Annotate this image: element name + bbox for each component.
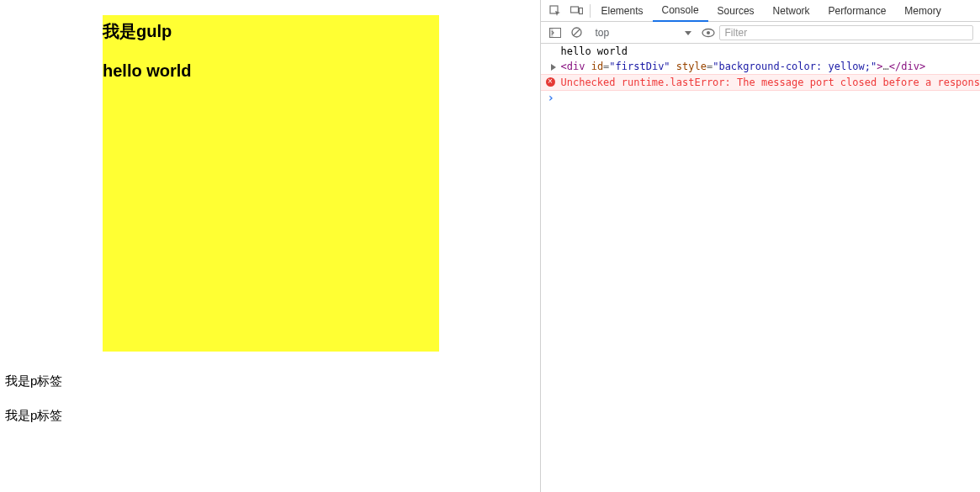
tok-ellipsis: … bbox=[883, 61, 889, 72]
tab-memory[interactable]: Memory bbox=[895, 0, 950, 22]
tok-attr-id: id bbox=[591, 61, 603, 72]
console-output: hello world <div id="firstDiv" style="ba… bbox=[541, 44, 981, 492]
heading-gulp: 我是gulp bbox=[103, 20, 439, 43]
console-toolbar: top bbox=[541, 22, 981, 44]
inspect-icon[interactable] bbox=[544, 0, 566, 22]
tok-attr-style: style bbox=[676, 61, 707, 72]
live-expression-icon[interactable] bbox=[697, 22, 719, 44]
tok-open-angle: < bbox=[561, 61, 567, 72]
svg-line-6 bbox=[574, 29, 580, 35]
console-error[interactable]: Unchecked runtime.lastError: The message… bbox=[541, 74, 981, 91]
heading-hello: hello world bbox=[103, 61, 439, 81]
tok-attr-id-val: "firstDiv" bbox=[609, 61, 670, 72]
tok-attr-style-val: "background-color: yellow;" bbox=[712, 61, 877, 72]
clear-console-icon[interactable] bbox=[566, 22, 588, 44]
devtools-tabs: Elements Console Sources Network Perform… bbox=[541, 0, 981, 22]
tok-tag-open: div bbox=[567, 61, 585, 72]
tok-open-close: </ bbox=[889, 61, 901, 72]
devtools-panel: Elements Console Sources Network Perform… bbox=[540, 0, 981, 492]
tab-sources[interactable]: Sources bbox=[708, 0, 764, 22]
device-toggle-icon[interactable] bbox=[566, 0, 588, 22]
first-div: 我是gulp hello world bbox=[103, 15, 439, 352]
tab-performance[interactable]: Performance bbox=[819, 0, 896, 22]
svg-rect-1 bbox=[571, 7, 579, 13]
svg-point-8 bbox=[707, 31, 710, 34]
page-viewport: 我是gulp hello world 我是p标签 我是p标签 bbox=[0, 0, 540, 492]
p-tag-2: 我是p标签 bbox=[5, 408, 62, 424]
svg-rect-4 bbox=[549, 28, 553, 37]
tok-tag-close: div bbox=[901, 61, 919, 72]
tab-separator bbox=[590, 4, 591, 18]
p-tag-group: 我是p标签 我是p标签 bbox=[5, 367, 62, 442]
console-log-text[interactable]: hello world bbox=[541, 44, 981, 59]
tab-elements[interactable]: Elements bbox=[592, 0, 653, 22]
p-tag-1: 我是p标签 bbox=[5, 373, 62, 389]
tok-close-close: > bbox=[919, 61, 925, 72]
console-prompt[interactable] bbox=[541, 91, 981, 94]
tab-console[interactable]: Console bbox=[653, 0, 708, 22]
svg-rect-2 bbox=[580, 8, 583, 13]
tok-close-open: > bbox=[877, 61, 882, 72]
tab-network[interactable]: Network bbox=[764, 0, 819, 22]
execution-context-label: top bbox=[596, 27, 610, 39]
execution-context-selector[interactable]: top bbox=[588, 24, 697, 41]
console-filter-input[interactable] bbox=[719, 25, 974, 40]
console-log-element[interactable]: <div id="firstDiv" style="background-col… bbox=[541, 59, 981, 74]
console-sidebar-toggle-icon[interactable] bbox=[544, 22, 566, 44]
